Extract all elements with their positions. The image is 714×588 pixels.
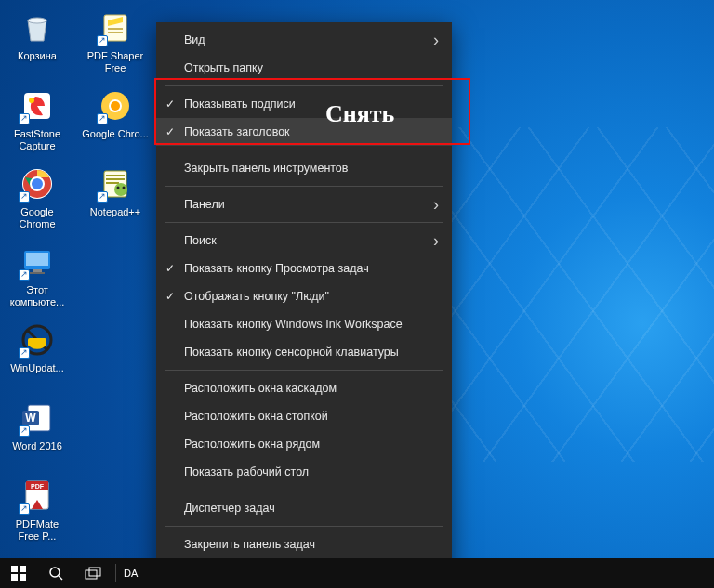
desktop-icon-label: WinUpdat...: [10, 362, 63, 374]
taskbar[interactable]: DA: [0, 558, 714, 588]
shortcut-overlay-icon: [97, 191, 108, 203]
shortcut-overlay-icon: [19, 113, 30, 124]
menu-separator: [165, 370, 443, 371]
menu-item-label: Диспетчер задач: [184, 502, 275, 515]
svg-rect-12: [28, 338, 46, 346]
menu-item-label: Показать кнопку Windows Ink Workspace: [184, 318, 403, 331]
menu-item[interactable]: Диспетчер задач: [156, 494, 452, 522]
menu-item[interactable]: Панели: [156, 190, 452, 218]
desktop-icon-this-pc[interactable]: Этот компьюте...: [4, 242, 71, 316]
menu-item-label: Расположить окна рядом: [184, 438, 320, 451]
google-chrome-icon: [17, 163, 58, 204]
shortcut-overlay-icon: [19, 269, 30, 281]
menu-item[interactable]: Показать заголовок: [156, 118, 452, 146]
google-chrome-2-icon: [95, 85, 136, 126]
svg-rect-35: [20, 574, 26, 581]
notepad-pp-icon: [95, 163, 136, 204]
menu-item[interactable]: Показывать подписи: [156, 90, 452, 118]
desktop-icon-google-chrome[interactable]: Google Chrome: [4, 163, 71, 238]
desktop-icon-recycle-bin[interactable]: Корзина: [4, 7, 71, 82]
svg-point-31: [123, 187, 126, 189]
menu-item-label: Отображать кнопку "Люди": [184, 290, 329, 303]
menu-item[interactable]: Поиск: [156, 227, 452, 255]
pdfmate-icon: PDF: [17, 476, 58, 516]
search-button[interactable]: [37, 558, 74, 588]
menu-item-label: Показать кнопку Просмотра задач: [184, 262, 369, 275]
winupdates-icon: [17, 320, 58, 360]
menu-item-label: Поиск: [184, 234, 217, 247]
svg-rect-34: [11, 574, 18, 581]
svg-point-2: [29, 98, 34, 103]
desktop-icon-label: Google Chrome: [4, 206, 71, 229]
menu-separator: [165, 222, 443, 223]
desktop-icon-pdf-shaper[interactable]: PDF Shaper Free: [82, 7, 149, 82]
menu-item[interactable]: Расположить окна стопкой: [156, 402, 452, 430]
windows-logo-icon: [11, 566, 26, 581]
task-view-button[interactable]: [74, 558, 112, 588]
svg-rect-8: [33, 269, 42, 272]
menu-separator: [165, 150, 443, 150]
svg-point-29: [114, 183, 127, 196]
menu-separator: [165, 526, 443, 527]
svg-text:W: W: [25, 412, 36, 425]
menu-separator: [165, 85, 443, 86]
desktop-icon-faststone-capture[interactable]: FastStone Capture: [4, 85, 71, 160]
svg-point-30: [117, 187, 120, 189]
menu-item[interactable]: Закрыть панель инструментов: [156, 154, 452, 182]
menu-item[interactable]: Показать рабочий стол: [156, 458, 452, 486]
desktop-icon-label: Google Chro...: [82, 128, 149, 140]
taskbar-toolbar-label[interactable]: DA: [120, 568, 141, 579]
menu-item[interactable]: Закрепить панель задач: [156, 530, 452, 558]
menu-item[interactable]: Расположить окна каскадом: [156, 374, 452, 402]
menu-item-label: Вид: [184, 33, 205, 46]
shortcut-overlay-icon: [97, 113, 108, 124]
svg-rect-28: [106, 182, 119, 184]
menu-item[interactable]: Показать кнопку сенсорной клавиатуры: [156, 338, 452, 366]
menu-item[interactable]: Расположить окна рядом: [156, 430, 452, 458]
svg-rect-38: [86, 570, 97, 579]
svg-line-37: [59, 576, 62, 580]
desktop-icon-winupdates[interactable]: WinUpdat...: [4, 320, 71, 394]
desktop-icon-label: Word 2016: [12, 440, 62, 452]
menu-item-label: Показать кнопку сенсорной клавиатуры: [184, 346, 399, 359]
menu-item[interactable]: Отображать кнопку "Люди": [156, 282, 452, 310]
svg-rect-27: [106, 178, 125, 180]
desktop-icon-google-chrome-2[interactable]: Google Chro...: [82, 85, 149, 160]
task-view-icon: [85, 567, 101, 580]
menu-item[interactable]: Вид: [156, 26, 452, 54]
desktop-icon-word-2016[interactable]: WWord 2016: [4, 398, 71, 472]
taskbar-divider: [115, 564, 116, 582]
desktop-icon-pdfmate[interactable]: PDFPDFMate Free P...: [4, 476, 71, 550]
word-2016-icon: W: [17, 398, 58, 438]
menu-item-label: Показать рабочий стол: [184, 465, 309, 478]
menu-item[interactable]: Показать кнопку Windows Ink Workspace: [156, 310, 452, 338]
desktop-icon-label: Корзина: [18, 50, 57, 62]
svg-rect-20: [108, 28, 123, 30]
svg-rect-33: [20, 566, 26, 572]
start-button[interactable]: [0, 558, 37, 588]
menu-item-label: Показать заголовок: [184, 125, 290, 138]
faststone-capture-icon: [17, 85, 58, 126]
svg-rect-21: [108, 32, 123, 33]
menu-item-label: Расположить окна стопкой: [184, 410, 328, 423]
menu-item-label: Показывать подписи: [184, 98, 296, 111]
svg-rect-26: [106, 175, 125, 176]
svg-rect-7: [26, 253, 48, 266]
desktop-icon-label: PDFMate Free P...: [4, 518, 71, 542]
svg-point-24: [111, 101, 120, 111]
menu-item-label: Открыть папку: [184, 61, 263, 74]
menu-item[interactable]: Открыть папку: [156, 54, 452, 82]
desktop-icon-label: FastStone Capture: [4, 128, 71, 151]
desktop-icon-label: Этот компьюте...: [4, 284, 71, 307]
desktop-icon-label: PDF Shaper Free: [82, 50, 149, 73]
desktop-icon-notepad-pp[interactable]: Notepad++: [82, 163, 149, 238]
menu-item-label: Панели: [184, 198, 225, 211]
menu-separator: [165, 490, 443, 490]
svg-point-36: [50, 568, 60, 577]
menu-item[interactable]: Показать кнопку Просмотра задач: [156, 255, 452, 282]
shortcut-overlay-icon: [19, 425, 30, 437]
shortcut-overlay-icon: [19, 347, 30, 359]
menu-item-label: Расположить окна каскадом: [184, 382, 337, 395]
svg-rect-39: [89, 568, 100, 576]
shortcut-overlay-icon: [19, 503, 30, 515]
